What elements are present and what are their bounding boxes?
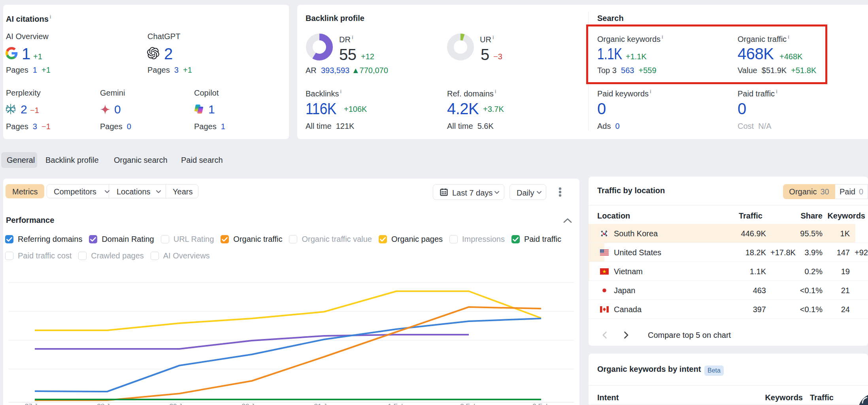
svg-text:3 Feb: 3 Feb (532, 403, 549, 405)
svg-text:29 Jan: 29 Jan (169, 403, 189, 405)
svg-text:31 Jan: 31 Jan (314, 403, 334, 405)
svg-text:2 Feb: 2 Feb (460, 403, 477, 405)
svg-text:27 Jan: 27 Jan (25, 403, 45, 405)
svg-text:28 Jan: 28 Jan (97, 403, 117, 405)
svg-text:30 Jan: 30 Jan (242, 403, 262, 405)
svg-text:1 Feb: 1 Feb (388, 403, 405, 405)
